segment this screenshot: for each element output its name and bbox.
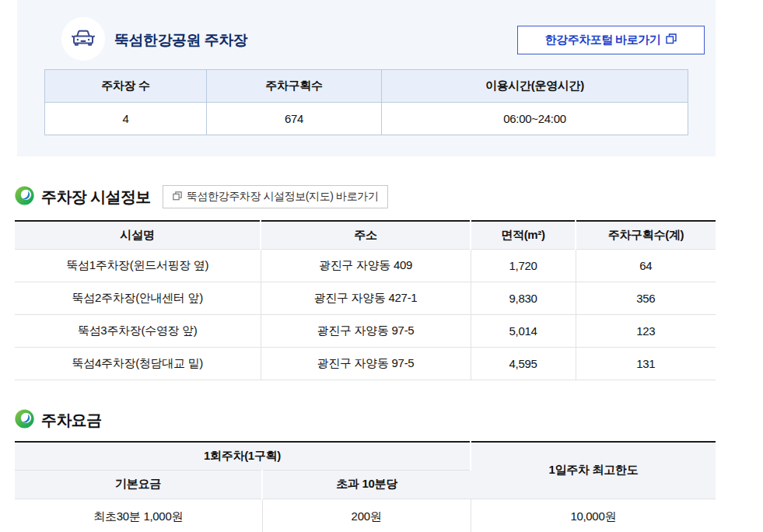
summary-value-row: 4 674 06:00~24:00 [45, 103, 688, 135]
table-row: 뚝섬1주차장(윈드서핑장 옆) 광진구 자양동 409 1,720 64 [15, 249, 716, 282]
summary-header-lot-count: 주차장 수 [45, 70, 207, 103]
table-row: 뚝섬2주차장(안내센터 앞) 광진구 자양동 427-1 9,830 356 [15, 282, 716, 314]
fee-header-per-session: 1회주차(1구획) [15, 442, 471, 470]
facility-area: 1,720 [471, 249, 576, 282]
fee-value-daily-max: 10,000원 [471, 499, 716, 532]
car-icon-badge [61, 17, 105, 61]
facility-name: 뚝섬3주차장(수영장 앞) [15, 314, 261, 347]
summary-header-row: 주차장 수 주차구획수 이용시간(운영시간) [45, 70, 688, 103]
table-row: 뚝섬3주차장(수영장 앞) 광진구 자양동 97-5 5,014 123 [15, 314, 716, 347]
summary-header-space-count: 주차구획수 [207, 70, 382, 103]
fee-header-daily-max: 1일주차 최고한도 [471, 442, 716, 499]
facility-name: 뚝섬2주차장(안내센터 앞) [15, 282, 261, 314]
facility-address: 광진구 자양동 97-5 [261, 314, 471, 347]
car-icon [69, 23, 97, 54]
facility-spaces: 123 [576, 314, 716, 347]
facility-header-area: 면적(m²) [471, 221, 576, 249]
fee-value-row: 최초30분 1,000원 200원 10,000원 [15, 499, 716, 532]
facility-address: 광진구 자양동 97-5 [261, 347, 471, 380]
facility-map-link-button[interactable]: 뚝섬한강주차장 시설정보(지도) 바로가기 [163, 185, 389, 208]
hangang-parking-portal-button[interactable]: 한강주차포털 바로가기 [517, 26, 705, 54]
facility-header-row: 시설명 주소 면적(m²) 주차구획수(계) [15, 221, 716, 249]
fee-header-per-10min: 초과 10분당 [262, 470, 471, 499]
parking-summary-table: 주차장 수 주차구획수 이용시간(운영시간) 4 674 06:00~24:00 [44, 69, 688, 135]
facility-header-name: 시설명 [15, 221, 261, 249]
hangang-logo-icon [15, 409, 34, 432]
facility-spaces: 131 [576, 347, 716, 380]
summary-value-space-count: 674 [207, 103, 382, 135]
facility-info-table: 시설명 주소 면적(m²) 주차구획수(계) 뚝섬1주차장(윈드서핑장 옆) 광… [15, 220, 716, 380]
facility-spaces: 64 [576, 249, 716, 282]
facility-header-spaces: 주차구획수(계) [576, 221, 716, 249]
facility-section-heading: 주차장 시설정보 뚝섬한강주차장 시설정보(지도) 바로가기 [15, 185, 388, 208]
fee-section-heading: 주차요금 [15, 409, 102, 432]
parking-summary-panel: 뚝섬한강공원 주차장 한강주차포털 바로가기 주차장 수 주차구획수 이용시간(… [17, 0, 716, 156]
facility-address: 광진구 자양동 427-1 [261, 282, 471, 314]
summary-value-lot-count: 4 [45, 103, 207, 135]
fee-header-base: 기본요금 [15, 470, 262, 499]
table-row: 뚝섬4주차장(청담대교 밑) 광진구 자양동 97-5 4,595 131 [15, 347, 716, 380]
portal-button-label: 한강주차포털 바로가기 [545, 33, 661, 47]
facility-area: 9,830 [471, 282, 576, 314]
summary-header-hours: 이용시간(운영시간) [382, 70, 688, 103]
fee-group-header-row: 1회주차(1구획) 1일주차 최고한도 [15, 442, 716, 470]
fee-section-title: 주차요금 [41, 410, 102, 431]
facility-header-address: 주소 [261, 221, 471, 249]
parking-fee-table: 1회주차(1구획) 1일주차 최고한도 기본요금 초과 10분당 최초30분 1… [15, 441, 716, 532]
fee-value-base: 최초30분 1,000원 [15, 499, 262, 532]
facility-spaces: 356 [576, 282, 716, 314]
hangang-logo-icon [15, 186, 34, 208]
summary-value-hours: 06:00~24:00 [382, 103, 688, 135]
facility-name: 뚝섬1주차장(윈드서핑장 옆) [15, 249, 261, 282]
facility-section-title: 주차장 시설정보 [41, 187, 151, 208]
fee-value-per-10min: 200원 [262, 499, 471, 532]
facility-area: 4,595 [471, 347, 576, 380]
external-link-icon [666, 33, 677, 47]
external-link-icon [173, 191, 182, 203]
facility-map-button-label: 뚝섬한강주차장 시설정보(지도) 바로가기 [187, 190, 379, 204]
facility-area: 5,014 [471, 314, 576, 347]
facility-name: 뚝섬4주차장(청담대교 밑) [15, 347, 261, 380]
facility-address: 광진구 자양동 409 [261, 249, 471, 282]
page-title: 뚝섬한강공원 주차장 [114, 30, 247, 51]
